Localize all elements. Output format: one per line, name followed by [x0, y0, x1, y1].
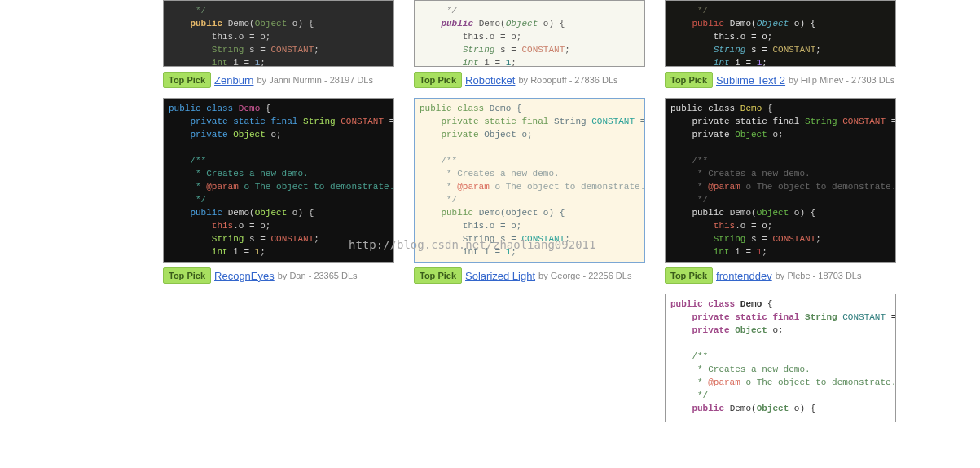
- top-pick-badge: Top Pick: [665, 72, 713, 88]
- theme-preview-next[interactable]: public class Demo { private static final…: [665, 294, 896, 422]
- theme-link-roboticket[interactable]: Roboticket: [465, 74, 515, 86]
- top-pick-badge: Top Pick: [163, 72, 211, 88]
- theme-author: by Plebe - 18703 DLs: [776, 271, 862, 280]
- left-border: [2, 0, 2, 468]
- theme-link-sublime[interactable]: Sublime Text 2: [716, 74, 785, 86]
- theme-grid: */ public Demo(Object o) { this.o = o; S…: [163, 0, 896, 422]
- theme-author: by Janni Nurmin - 28197 DLs: [257, 75, 372, 85]
- theme-link-recogneyes[interactable]: RecognEyes: [214, 270, 275, 282]
- theme-card: */ public Demo(Object o) { this.o = o; S…: [414, 0, 645, 90]
- theme-link-zenburn[interactable]: Zenburn: [214, 74, 253, 86]
- theme-card: */ public Demo(Object o) { this.o = o; S…: [163, 0, 394, 90]
- empty-cell: [414, 294, 645, 422]
- theme-card: public class Demo { private static final…: [665, 98, 896, 285]
- theme-preview-frontenddev[interactable]: public class Demo { private static final…: [665, 98, 896, 263]
- theme-preview-sublime[interactable]: */ public Demo(Object o) { this.o = o; S…: [665, 0, 896, 67]
- theme-card: public class Demo { private static final…: [163, 98, 394, 285]
- theme-link-frontenddev[interactable]: frontenddev: [716, 270, 772, 282]
- theme-author: by Dan - 23365 DLs: [278, 271, 358, 280]
- theme-preview-zenburn[interactable]: */ public Demo(Object o) { this.o = o; S…: [163, 0, 394, 67]
- theme-card: */ public Demo(Object o) { this.o = o; S…: [665, 0, 896, 90]
- theme-link-solarized[interactable]: Solarized Light: [465, 270, 535, 282]
- theme-card: public class Demo { private static final…: [414, 98, 645, 285]
- top-pick-badge: Top Pick: [414, 72, 462, 88]
- theme-author: by Robopuff - 27836 DLs: [518, 75, 617, 85]
- top-pick-badge: Top Pick: [414, 267, 462, 284]
- theme-preview-roboticket[interactable]: */ public Demo(Object o) { this.o = o; S…: [414, 0, 645, 67]
- theme-card: public class Demo { private static final…: [665, 294, 896, 422]
- theme-preview-recogneyes[interactable]: public class Demo { private static final…: [163, 98, 394, 263]
- theme-preview-solarized[interactable]: public class Demo { private static final…: [414, 98, 645, 263]
- empty-cell: [163, 294, 394, 422]
- theme-author: by George - 22256 DLs: [538, 271, 631, 280]
- theme-author: by Filip Minev - 27303 DLs: [789, 75, 894, 85]
- top-pick-badge: Top Pick: [163, 267, 211, 284]
- top-pick-badge: Top Pick: [665, 267, 713, 284]
